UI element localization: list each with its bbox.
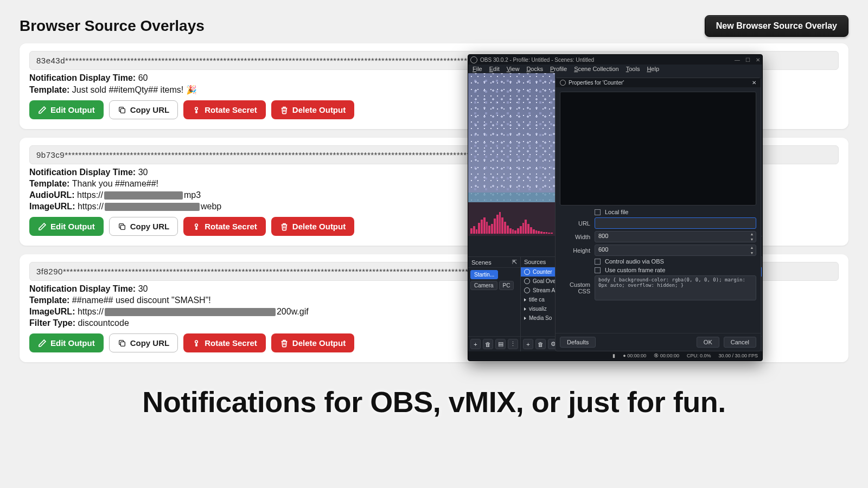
globe-icon (524, 278, 530, 284)
defaults-button[interactable]: Defaults (560, 337, 596, 348)
rotate-secret-button[interactable]: Rotate Secret (183, 333, 266, 352)
edit-output-button[interactable]: Edit Output (29, 333, 104, 352)
custom-css-input[interactable]: body { background-color: rgba(0, 0, 0, 0… (595, 275, 756, 300)
sources-label: Sources (524, 259, 546, 265)
menu-item-edit[interactable]: Edit (489, 66, 500, 72)
scene-remove-button[interactable]: 🗑 (483, 339, 493, 349)
source-remove-button[interactable]: 🗑 (535, 339, 546, 349)
custom-fps-checkbox[interactable] (595, 267, 601, 273)
svg-point-3 (195, 224, 198, 227)
obs-title: OBS 30.0.2 - Profile: Untitled - Scenes:… (480, 57, 594, 63)
source-name: Counter (533, 269, 552, 275)
source-name: Media So (529, 315, 552, 321)
scene-button[interactable]: PC (499, 281, 514, 290)
height-label: Height (560, 247, 590, 254)
close-button[interactable]: ✕ (756, 57, 760, 63)
menu-item-profile[interactable]: Profile (550, 66, 567, 72)
rotate-secret-button[interactable]: Rotate Secret (183, 100, 266, 119)
svg-point-5 (195, 341, 198, 343)
new-overlay-button[interactable]: New Browser Source Overlay (705, 15, 848, 37)
scene-filter-button[interactable]: ▤ (495, 339, 506, 349)
menu-item-help[interactable]: Help (647, 66, 659, 72)
rotate-secret-button[interactable]: Rotate Secret (183, 217, 266, 236)
source-add-button[interactable]: + (523, 339, 533, 349)
scene-add-button[interactable]: + (470, 339, 481, 349)
scene-more-button[interactable]: ⋮ (508, 339, 518, 349)
status-signal-icon: ▮ (612, 353, 615, 358)
svg-rect-4 (120, 342, 125, 346)
scene-button[interactable]: Camera (470, 281, 497, 290)
scene-button[interactable]: Startin... (470, 270, 498, 279)
local-file-checkbox[interactable] (595, 209, 601, 215)
globe-icon (524, 269, 530, 275)
page-title: Browser Source Overlays (20, 17, 205, 35)
delete-output-button[interactable]: Delete Output (271, 100, 354, 119)
properties-dialog: Properties for 'Counter' ✕ Local file UR… (555, 78, 761, 351)
properties-close-button[interactable]: ✕ (752, 80, 756, 86)
play-icon (524, 317, 526, 320)
obs-preview[interactable] (468, 73, 555, 236)
width-label: Width (560, 234, 590, 240)
url-input[interactable] (595, 217, 756, 229)
properties-preview (560, 92, 756, 206)
expand-icon (524, 307, 526, 311)
dialog-icon (560, 80, 566, 86)
cancel-button[interactable]: Cancel (724, 337, 756, 348)
source-name: title ca (529, 297, 545, 303)
ok-button[interactable]: OK (697, 337, 719, 348)
menu-item-docks[interactable]: Docks (526, 66, 543, 72)
copy-url-button[interactable]: Copy URL (109, 217, 178, 236)
maximize-button[interactable]: ☐ (745, 57, 750, 63)
source-name: visualiz (529, 306, 547, 312)
menu-item-scene-collection[interactable]: Scene Collection (574, 66, 619, 72)
edit-output-button[interactable]: Edit Output (29, 100, 104, 119)
menu-item-tools[interactable]: Tools (626, 66, 640, 72)
globe-icon (524, 287, 530, 293)
menu-item-view[interactable]: View (507, 66, 520, 72)
scenes-popout-icon[interactable]: ⇱ (512, 259, 517, 266)
svg-point-1 (195, 107, 198, 110)
local-file-label: Local file (605, 209, 628, 215)
control-audio-label: Control audio via OBS (605, 258, 664, 265)
properties-title: Properties for 'Counter' (569, 80, 624, 86)
url-label: URL (560, 220, 590, 227)
status-stream-time: 00:00:00 (660, 353, 679, 358)
copy-url-button[interactable]: Copy URL (109, 333, 178, 352)
tagline: Notifications for OBS, vMIX, or just for… (0, 385, 868, 419)
width-input[interactable]: 800 ▲▼ (595, 231, 756, 242)
status-rec-time: 00:00:00 (627, 353, 646, 358)
control-audio-checkbox[interactable] (595, 259, 601, 265)
scenes-label: Scenes (471, 259, 492, 266)
minimize-button[interactable]: — (735, 57, 740, 63)
expand-icon (524, 298, 526, 301)
obs-logo-icon (470, 56, 477, 63)
menu-item-file[interactable]: File (473, 66, 482, 72)
svg-rect-0 (120, 108, 125, 113)
delete-output-button[interactable]: Delete Output (271, 217, 354, 236)
copy-url-button[interactable]: Copy URL (109, 100, 178, 119)
delete-output-button[interactable]: Delete Output (271, 333, 354, 352)
svg-rect-2 (120, 225, 125, 229)
edit-output-button[interactable]: Edit Output (29, 217, 104, 236)
obs-window: OBS 30.0.2 - Profile: Untitled - Scenes:… (468, 54, 763, 361)
status-cpu: CPU: 0.0% (687, 353, 711, 358)
custom-fps-label: Use custom frame rate (605, 267, 665, 273)
source-name: Stream A (533, 287, 555, 293)
status-fps: 30.00 / 30.00 FPS (718, 353, 758, 358)
custom-css-label: Custom CSS (560, 281, 590, 294)
source-name: Goal Ove (533, 278, 556, 284)
height-input[interactable]: 600 ▲▼ (595, 245, 756, 256)
